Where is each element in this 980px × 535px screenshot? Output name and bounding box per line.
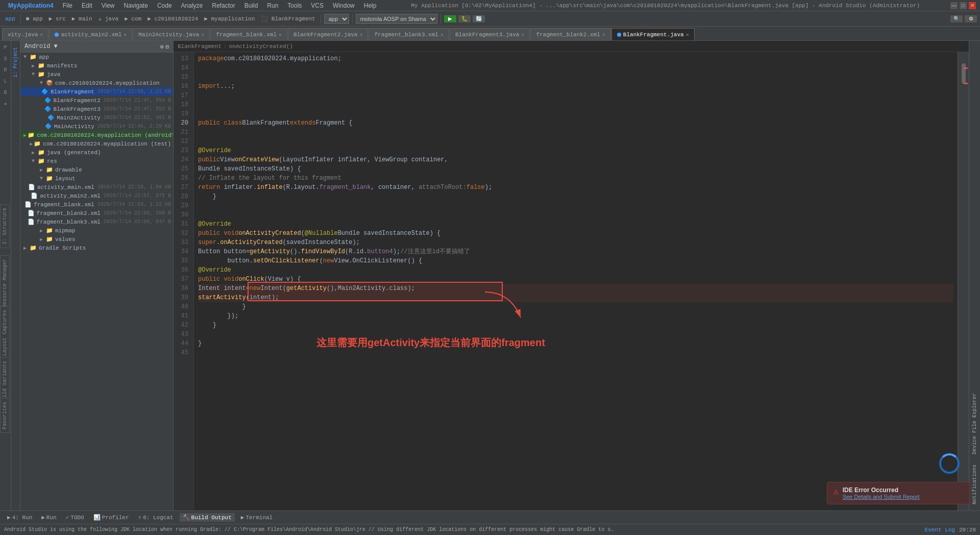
tab-close[interactable]: ✕ [602,32,605,38]
search-everywhere-button[interactable]: 🔍 [950,15,963,22]
device-dropdown[interactable]: motorola AOSP on Shama [356,14,437,24]
favorites-side-tab[interactable]: Favorites [0,398,10,433]
tree-fragment-blank3[interactable]: 📄 fragment_blank3.xml 2020/7/14 22:09, 5… [20,217,173,226]
tree-java-generated[interactable]: ▶ 📁 java (generated) [20,148,173,157]
maximize-button[interactable]: □ [960,2,967,9]
tree-fragment-blank[interactable]: 📄 fragment_blank.xml 2020/7/14 22:53, 1.… [20,200,173,209]
tab-close[interactable]: ✕ [124,32,127,38]
project-gear-icon[interactable]: ⚙ [160,43,164,50]
tab-close[interactable]: ✕ [686,32,689,38]
app-dropdown[interactable]: app [324,14,349,24]
sync-button[interactable]: 🔄 [473,15,485,22]
tab-fragment-blank[interactable]: fragment_blank.xml ✕ [210,28,287,40]
tree-activity-main2[interactable]: 📄 activity_main2.xml 2020/7/14 22:57, 87… [20,191,173,200]
tab-close[interactable]: ✕ [279,32,282,38]
tree-blankfragment[interactable]: 🔷 BlankFragment 2020/7/14 22:59, 1.21 KB [20,87,173,96]
tree-activity-main[interactable]: 📄 activity_main.xml 2020/7/14 22:28, 1.9… [20,183,173,191]
tab-fragment-blank3[interactable]: fragment_blank3.xml ✕ [369,28,449,40]
menu-help[interactable]: Help [360,1,381,10]
menu-vcs[interactable]: VCS [307,1,328,10]
tab-main2activity[interactable]: Main2Activity.java ✕ [133,28,210,40]
tab-blankfragment2[interactable]: BlankFragment2.java ✕ [288,28,368,40]
line-num-23: 23 [174,146,191,155]
tab-fragment-blank2[interactable]: fragment_blank2.xml ✕ [530,28,610,40]
tree-layout[interactable]: ▼ 📁 layout [20,174,173,183]
tab-vity[interactable]: vity.java ✕ [2,28,48,40]
app-name-menu[interactable]: MyApplication4 [4,1,58,10]
close-button[interactable]: ✕ [969,2,976,9]
menu-tools[interactable]: Tools [283,1,306,10]
menu-edit[interactable]: Edit [78,1,96,10]
menu-analyze[interactable]: Analyze [177,1,207,10]
resource-manager-side-tab[interactable]: Resource Manager [0,255,10,311]
tree-blankfragment3[interactable]: 🔷 BlankFragment3 2020/7/14 21:47, 552 B [20,105,173,113]
debug-button[interactable]: 🐛 [458,15,471,22]
layout-captures-icon[interactable]: L [1,77,10,86]
run-tab[interactable]: ▶ 4: Run [4,513,35,522]
menu-code[interactable]: Code [153,1,176,10]
ide-error-link[interactable]: See Details and Submit Report [843,494,920,500]
logcat-icon: ⚡ [138,514,142,521]
run-button[interactable]: ▶ [444,15,456,22]
project-expand-icon[interactable]: ⊟ [165,43,169,50]
event-log[interactable]: Event Log [925,527,955,533]
tree-android-test[interactable]: ▶ 📁 com.c201801020224.myapplication (and… [20,131,173,139]
notifications-tab[interactable]: Notifications [971,460,978,508]
tree-res[interactable]: ▼ 📁 res [20,157,173,165]
menu-run[interactable]: Run [263,1,282,10]
editor-content[interactable]: 13 14 15 16 17 18 19 20 21 22 23 24 25 2… [174,52,969,510]
todo-tab[interactable]: ✓ TODO [63,513,87,522]
tree-java[interactable]: ▼ 📁 java [20,70,173,79]
build-tab[interactable]: 🔨 Build Output [180,513,235,522]
tab-activity-main2[interactable]: activity_main2.xml ✕ [49,28,132,40]
logcat-tab[interactable]: ⚡ 6: Logcat [135,513,177,522]
tab-close[interactable]: ✕ [201,32,204,38]
resource-manager-icon[interactable]: R [1,65,10,75]
terminal-tab[interactable]: ▶ Terminal [238,513,276,522]
tree-fragment-blank2[interactable]: 📄 fragment_blank2.xml 2020/7/14 22:09, 5… [20,209,173,217]
tab-close[interactable]: ✕ [359,32,362,38]
tab-close-vity[interactable]: ✕ [40,32,43,38]
menu-window[interactable]: Window [329,1,359,10]
code-area[interactable]: package com.c201801020224.myapplication;… [194,52,958,510]
project-side-tab[interactable]: 1: Project [12,43,19,82]
menu-view[interactable]: View [97,1,119,10]
structure-side-tab[interactable]: 2: Structure [0,204,10,248]
settings-button[interactable]: ⚙ [965,15,977,22]
tree-values[interactable]: ▶ 📁 values [20,235,173,244]
tree-mipmap[interactable]: ▶ 📁 mipmap [20,226,173,235]
favorites-icon[interactable]: ★ [1,99,10,108]
right-scrollbar[interactable] [958,52,969,510]
scrollbar-track[interactable] [962,53,966,509]
toolbar-app: ■ app [24,15,45,23]
tree-mainactivity[interactable]: 🔷 MainActivity 2020/7/14 22:45, 2.29 KB [20,122,173,131]
menu-navigate[interactable]: Navigate [120,1,152,10]
menu-build[interactable]: Build [240,1,262,10]
tab-close[interactable]: ✕ [521,32,524,38]
tab-blankfragment-active[interactable]: BlankFragment.java ✕ [611,28,695,40]
tree-app[interactable]: ▼ 📁 app [20,53,173,61]
ide-error-notification[interactable]: ⚠ IDE Error Occurred See Details and Sub… [827,482,970,504]
tree-drawable[interactable]: ▶ 📁 drawable [20,165,173,174]
structure-icon[interactable]: S [1,54,10,63]
tree-blankfragment2[interactable]: 🔷 BlankFragment2 2020/7/14 21:47, 554 B [20,96,173,105]
tree-package[interactable]: ▼ 📦 com.c201801020224.myapplication [20,79,173,87]
run-tab-2[interactable]: ▶ Run [38,513,59,522]
tree-main2activity[interactable]: 🔷 Main2Activity 2020/7/14 21:52, 361 B [20,113,173,122]
menu-refactor[interactable]: Refactor [208,1,239,10]
menu-file[interactable]: File [59,1,77,10]
tab-blankfragment3[interactable]: BlankFragment3.java ✕ [450,28,530,40]
minimize-button[interactable]: — [950,2,958,9]
tab-close[interactable]: ✕ [440,32,444,38]
tree-manifests[interactable]: ▶ 📁 manifests [20,61,173,70]
tree-test[interactable]: ▶ 📁 com.c201801020224.myapplication (tes… [20,139,173,148]
arrow-icon: ▶ [40,236,45,242]
scrollbar-thumb[interactable] [962,63,966,84]
breadcrumb: BlankFragment › onActivityCreated() [174,41,969,52]
project-icon[interactable]: P [1,43,10,52]
device-file-explorer-tab[interactable]: Device File Explorer [971,389,978,458]
build-variants-icon[interactable]: B [1,88,10,97]
profiler-tab[interactable]: 📊 Profiler [90,513,132,522]
layout-captures-side-tab[interactable]: Layout Captures [0,306,10,359]
tree-gradle-scripts[interactable]: ▶ 📁 Gradle Scripts [20,244,173,252]
